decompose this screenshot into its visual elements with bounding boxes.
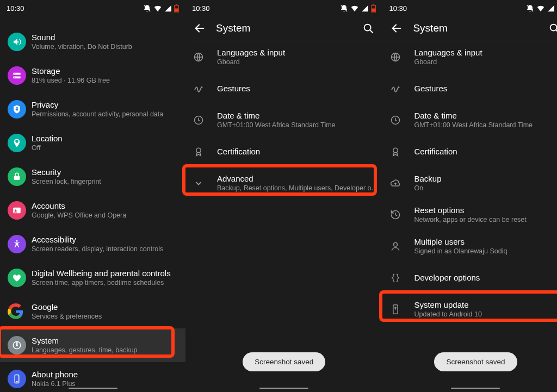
row-icon [8, 235, 32, 253]
back-button[interactable] [192, 22, 207, 34]
nav-handle[interactable] [259, 388, 308, 389]
system-row[interactable]: Certification [382, 136, 557, 167]
svg-point-15 [16, 345, 18, 346]
row-icon [8, 66, 32, 85]
row-icon [8, 134, 32, 152]
row-title: Date & time [217, 111, 375, 121]
settings-row[interactable]: AccountsGoogle, WPS Office and Opera [0, 194, 185, 227]
system-row[interactable]: Reset optionsNetwork, apps or device can… [382, 199, 557, 231]
row-title: Google [32, 302, 178, 313]
snackbar-screenshot-saved[interactable]: Screenshot saved [434, 352, 517, 371]
system-row[interactable]: Multiple usersSigned in as Olanrewaju So… [382, 231, 557, 262]
system-row[interactable]: Developer options [382, 262, 557, 294]
row-subtitle: Updated to Android 10 [414, 310, 557, 319]
row-subtitle: 81% used · 11.96 GB free [32, 76, 178, 85]
status-icons [526, 4, 557, 13]
svg-rect-5 [13, 73, 21, 75]
row-icon [8, 100, 32, 119]
three-phone-layout: 10:30 x SoundVolume, vibration, Do Not D… [0, 0, 557, 392]
system-row[interactable]: Date & timeGMT+01:00 West Africa Standar… [185, 104, 382, 136]
system-row[interactable]: Date & timeGMT+01:00 West Africa Standar… [382, 104, 557, 136]
row-subtitle: Screen time, app timers, bedtime schedul… [32, 278, 178, 287]
row-subtitle: Languages, gestures, time, backup [32, 346, 178, 354]
cloud-icon [390, 178, 414, 189]
system-row[interactable]: Languages & inputGboard [382, 41, 557, 73]
row-subtitle: Off [32, 144, 178, 152]
row-icon [8, 167, 32, 186]
signal-icon [547, 4, 555, 13]
svg-rect-4 [175, 8, 178, 11]
row-title: Date & time [414, 111, 557, 121]
svg-point-7 [15, 73, 16, 74]
row-subtitle: On [414, 184, 557, 192]
status-time: 10:30 [7, 4, 24, 13]
battery-icon [371, 4, 376, 13]
ribbon-icon [193, 146, 217, 157]
dnd-icon [340, 4, 348, 13]
row-subtitle: Backup, Reset options, Multiple users, D… [217, 184, 375, 192]
wifi-icon [350, 4, 359, 13]
back-button[interactable] [389, 22, 404, 34]
phone-3-system-expanded: 10:30 System Languages & inputGboardGest… [382, 0, 557, 392]
system-row[interactable]: System updateUpdated to Android 10 [382, 294, 557, 325]
settings-row[interactable]: SystemLanguages, gestures, time, backup [0, 328, 185, 362]
gesture-icon [193, 83, 217, 94]
settings-row[interactable]: SecurityScreen lock, fingerprint [0, 160, 185, 194]
phone-2-system: 10:30 System Languages & inputGboardGest… [185, 0, 382, 392]
phone-1-settings-list: 10:30 x SoundVolume, vibration, Do Not D… [0, 0, 185, 392]
dnd-icon [526, 4, 534, 13]
page-title: System [404, 22, 547, 34]
signal-icon: x [164, 4, 172, 13]
restore-icon [390, 209, 414, 220]
row-title: Reset options [414, 206, 557, 216]
page-title: System [207, 22, 361, 34]
svg-text:x: x [169, 4, 171, 8]
settings-row[interactable]: Digital Wellbeing and parental controlsS… [0, 261, 185, 295]
row-title: Multiple users [414, 237, 557, 247]
row-title: Gestures [414, 84, 557, 94]
battery-icon [174, 4, 179, 13]
settings-row[interactable]: Storage81% used · 11.96 GB free [0, 59, 185, 92]
system-row[interactable]: AdvancedBackup, Reset options, Multiple … [185, 167, 382, 199]
settings-row[interactable]: LocationOff [0, 126, 185, 160]
row-subtitle: GMT+01:00 West Africa Standard Time [414, 121, 557, 129]
status-bar: 10:30 [382, 0, 557, 15]
row-title: Digital Wellbeing and parental controls [32, 269, 178, 279]
signal-icon [361, 4, 369, 13]
nav-handle[interactable] [451, 388, 500, 389]
settings-row[interactable]: PrivacyPermissions, account activity, pe… [0, 92, 185, 126]
row-title: Languages & input [414, 48, 557, 58]
system-row[interactable]: BackupOn [382, 167, 557, 199]
person-icon [390, 241, 414, 252]
system-row[interactable]: Languages & inputGboard [185, 41, 382, 73]
row-icon [8, 33, 32, 51]
settings-list: SoundVolume, vibration, Do Not DisturbSt… [0, 15, 185, 392]
nav-handle[interactable] [69, 388, 117, 389]
status-icons: x [143, 4, 179, 13]
row-title: Certification [414, 147, 557, 157]
status-time: 10:30 [192, 4, 210, 13]
row-subtitle: Google, WPS Office and Opera [32, 211, 178, 220]
row-title: System update [414, 300, 557, 310]
row-title: Developer options [414, 273, 557, 283]
wifi-icon [153, 4, 162, 13]
globe-icon [390, 52, 414, 63]
settings-row[interactable]: GoogleServices & preferences [0, 295, 185, 328]
row-title: About phone [32, 370, 178, 380]
row-subtitle: Network, apps or device can be reset [414, 215, 557, 224]
row-subtitle: GMT+01:00 West Africa Standard Time [217, 121, 375, 129]
search-button[interactable] [547, 22, 557, 34]
system-row[interactable]: Certification [185, 136, 382, 167]
snackbar-screenshot-saved[interactable]: Screenshot saved [243, 352, 325, 371]
system-row[interactable]: Gestures [185, 73, 382, 104]
svg-point-8 [15, 77, 16, 78]
svg-point-13 [16, 240, 18, 242]
system-row[interactable]: Gestures [382, 73, 557, 104]
braces-icon [390, 272, 414, 283]
search-button[interactable] [361, 22, 376, 34]
row-title: Privacy [32, 100, 178, 110]
settings-row[interactable]: AccessibilityScreen readers, display, in… [0, 227, 185, 261]
settings-row[interactable]: SoundVolume, vibration, Do Not Disturb [0, 25, 185, 59]
row-title: Gestures [217, 84, 375, 94]
svg-point-16 [16, 343, 17, 344]
